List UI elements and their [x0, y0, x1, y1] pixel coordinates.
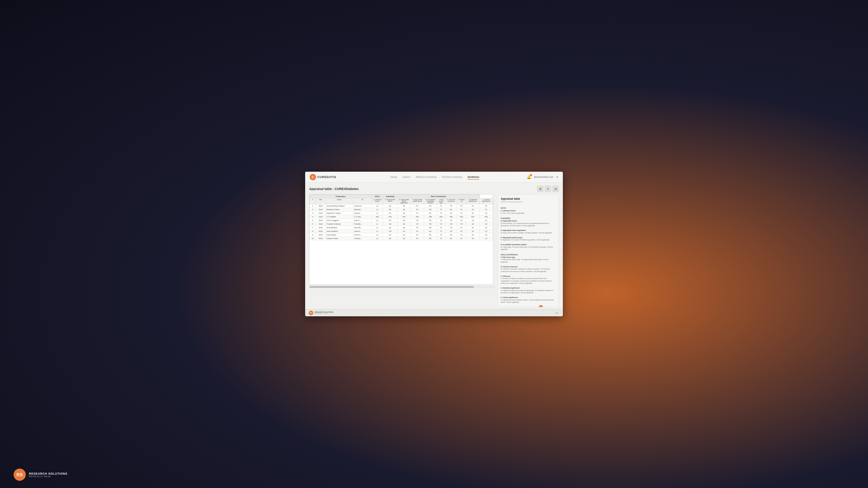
footer-right: Hg...: [555, 312, 559, 314]
cell-sota: L1: [372, 237, 383, 240]
table-row[interactable]: 6 2023 Franklin R Muntis Franklin... L1 …: [310, 222, 493, 226]
nav-abstract-screening[interactable]: Abstract screening: [416, 175, 436, 180]
user-dropdown-icon[interactable]: ▼: [556, 176, 558, 178]
cell-p: P2: [411, 219, 424, 222]
table-row[interactable]: 3 2023 Kazuhiro P Izowe Kazuhi... L1 D1 …: [310, 212, 493, 215]
table-row[interactable]: 1 2023 Jenny Erikarad Skjaun Jenny Er...…: [310, 204, 493, 208]
table-row[interactable]: 5 2023 Grit E Leggend Grit E L... L2 D2 …: [310, 219, 493, 222]
cell-o: O1: [445, 226, 457, 230]
table-sub-header-row: # Year Author ID L: Literature search D:…: [310, 198, 493, 204]
cell-c: C1: [479, 230, 493, 233]
sidebar-data-contribution-content: T: Data source type T1 Appropriate study…: [501, 256, 556, 304]
cell-f: F1: [457, 233, 466, 237]
table-row[interactable]: 7 2023 Aïne Brislane Aïne Bri... L1 D1 A…: [310, 226, 493, 230]
table-area: Publication SOTA Suitability Data Contri…: [309, 194, 495, 307]
export-csv-button[interactable]: Export to .csv: [521, 307, 541, 307]
table-row[interactable]: 10 2023 Yannion Chen Yannan... L1 D1 A1 …: [310, 237, 493, 240]
col-header-followup: F: Follow-up: [457, 198, 466, 204]
view-grid-button[interactable]: ⊞: [537, 186, 544, 192]
cell-c: C1: [479, 233, 493, 237]
footer-logo: RS RESEARCH SOLUTIONS REPRINTS DESK: [309, 311, 333, 315]
logo-area: C CUREDATIS: [310, 174, 336, 180]
cell-r: R1: [424, 237, 437, 240]
sidebar-sota-title: SOTA: [501, 207, 556, 209]
cell-s: S1: [466, 230, 479, 233]
cell-o: N/A: [445, 215, 457, 219]
col-header-author: Author: [326, 198, 353, 204]
cell-o: O1: [445, 204, 457, 208]
cell-num: 5: [310, 219, 316, 222]
nav-fulltext-screening[interactable]: Full-text screening: [442, 175, 462, 180]
footer-logo-icon: RS: [309, 311, 313, 315]
export-badge: 1: [539, 305, 543, 307]
cell-num: 4: [310, 215, 316, 219]
cell-id: Pavel K...: [353, 233, 372, 237]
cell-p: P1: [411, 230, 424, 233]
nav-synthesis[interactable]: Synthesis: [467, 175, 479, 180]
app-name: CUREDATIS: [317, 175, 336, 179]
cell-suit-d: D1: [383, 204, 397, 208]
cell-sota: L1: [372, 204, 383, 208]
watermark-text: RESEARCH SOLUTIONS REPRINTS DESK: [29, 472, 67, 478]
cell-r: R1: [424, 230, 437, 233]
appraisal-table: Publication SOTA Suitability Data Contri…: [309, 195, 493, 240]
view-table-button[interactable]: ⊟: [553, 186, 559, 192]
cell-t: T1: [437, 237, 445, 240]
user-email: @reprintsdesk.com: [534, 176, 553, 178]
cell-author: Grit E Leggend: [326, 219, 353, 222]
cell-suit-a: A2: [397, 219, 411, 222]
sidebar-title: Appraisal table: [501, 197, 556, 200]
table-container[interactable]: Publication SOTA Suitability Data Contri…: [309, 194, 493, 285]
table-row[interactable]: 8 2023 Jose A Adams Jose A... L1 D3 A1 P…: [310, 230, 493, 233]
cell-p: P1: [411, 237, 424, 240]
table-row[interactable]: 9 2023 Pavel Kysel Pavel K... L1 D1 A1 P…: [310, 233, 493, 237]
cell-author: Jenny Erikarad Skjaun: [326, 204, 353, 208]
cell-year: 2023: [316, 226, 326, 230]
sidebar-buttons: Save as PNG Export to .csv 1: [501, 307, 556, 307]
cell-f: F2: [457, 222, 466, 226]
cell-f: N/A: [457, 215, 466, 219]
col-header-patient-group: P: Appropriate patient group: [411, 198, 424, 204]
save-png-button[interactable]: Save as PNG: [501, 307, 520, 307]
cell-c: C1: [479, 208, 493, 212]
cell-suit-d: D1: [383, 233, 397, 237]
col-group-suitability: Suitability: [383, 195, 397, 198]
cell-num: 1: [310, 204, 316, 208]
col-group-data-contribution: Data Contribution: [397, 195, 479, 198]
table-row[interactable]: 4 2023 C G Walklin C G Wa... N/A N/A N/A…: [310, 215, 493, 219]
cell-r: R1: [424, 204, 437, 208]
nav-search[interactable]: Search: [402, 175, 410, 180]
col-header-year: Year: [316, 198, 326, 204]
cell-o: O1: [445, 208, 457, 212]
cell-s: S1: [466, 204, 479, 208]
cell-s: S1: [466, 212, 479, 215]
cell-o: O2: [445, 222, 457, 226]
view-list-button[interactable]: ≡: [545, 186, 551, 192]
footer: RS RESEARCH SOLUTIONS REPRINTS DESK Hg..…: [305, 309, 563, 316]
sidebar-suitability-content: D: Appropriate device D1 Actual device D…: [501, 220, 556, 251]
cell-num: 10: [310, 237, 316, 240]
sidebar-panel: Appraisal table 2023-03-24T09:04:37.0672…: [498, 194, 559, 307]
col-group-sota: SOTA: [372, 195, 383, 198]
cell-r: R2: [424, 219, 437, 222]
cell-o: O1: [445, 230, 457, 233]
nav-setup[interactable]: Setup: [391, 175, 397, 180]
cell-t: T1: [437, 219, 445, 222]
cell-p: P1: [411, 208, 424, 212]
cell-year: 2023: [316, 233, 326, 237]
cell-author: Jose A Adams: [326, 230, 353, 233]
cell-s: S2: [466, 222, 479, 226]
cell-t: T2: [437, 222, 445, 226]
cell-r: N/A: [424, 215, 437, 219]
horizontal-scrollbar[interactable]: [309, 286, 495, 288]
cell-sota: L2: [372, 219, 383, 222]
cell-sota: L1: [372, 208, 383, 212]
notification-bell[interactable]: 🔔 1: [527, 175, 531, 179]
cell-f: F1: [457, 230, 466, 233]
cell-suit-d: D1: [383, 208, 397, 212]
page-title: Appraisal table - CURE#Diabetes: [309, 187, 359, 191]
col-header-stat-sig: S: Statistical significance: [466, 198, 479, 204]
cell-author: Pavel Kysel: [326, 233, 353, 237]
table-row[interactable]: 2 2023 Michael G Rizzo Michael... L1 D1 …: [310, 208, 493, 212]
cell-t: T1: [437, 204, 445, 208]
